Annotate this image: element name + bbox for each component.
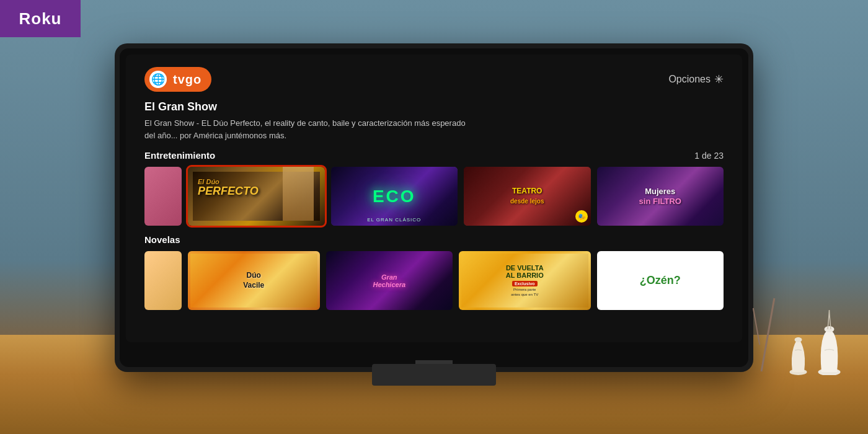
tall-vase-icon — [815, 307, 843, 375]
novelas-thumbnails: DúoVacile GranHechicera DE V — [144, 251, 724, 310]
small-vase-icon — [787, 326, 809, 375]
entretenimiento-thumbnails: El Dúo PERFECTO ECO EL GRAN CLÁSICO — [144, 167, 724, 226]
thumbnail-ozen[interactable]: ¿Ozén? — [597, 251, 724, 310]
tvgo-logo: 🌐 tvgo — [144, 67, 211, 92]
thumbnail-mujeres[interactable]: Mujeressin FILTRO — [597, 167, 724, 226]
opciones-label: Opciones — [668, 74, 711, 85]
show-description: El Gran Show - EL Dúo Perfecto, el reali… — [144, 117, 467, 141]
app-header: 🌐 tvgo Opciones ✳ — [144, 67, 724, 92]
tv-stand-base — [372, 364, 496, 386]
tvgo-label: tvgo — [173, 73, 202, 87]
thumbnail-teleclasico[interactable]: ECO EL GRAN CLÁSICO — [331, 167, 458, 226]
globe-icon: 🌐 — [149, 71, 167, 88]
section-count: 1 de 23 — [694, 151, 724, 161]
section-header-novelas: Novelas — [144, 234, 724, 245]
roku-logo: Roku — [0, 0, 81, 37]
thumbnail-perfecto[interactable]: El Dúo PERFECTO — [188, 167, 325, 226]
svg-point-1 — [795, 337, 802, 342]
screen-content: 🌐 tvgo Opciones ✳ El Gran Show El Gran S… — [126, 55, 742, 342]
thumbnail-hechicera[interactable]: GranHechicera — [326, 251, 453, 310]
show-info: El Gran Show El Gran Show - EL Dúo Perfe… — [144, 100, 724, 141]
section-header-entretenimiento: Entretenimiento 1 de 23 — [144, 150, 724, 161]
section-title-novelas: Novelas — [144, 234, 180, 245]
tv-frame: 🌐 tvgo Opciones ✳ El Gran Show El Gran S… — [115, 43, 753, 372]
section-title-entretenimiento: Entretenimiento — [144, 150, 215, 161]
settings-icon: ✳ — [714, 73, 724, 86]
list-item[interactable] — [144, 251, 182, 310]
svg-point-3 — [825, 326, 835, 332]
roku-brand-text: Roku — [19, 9, 62, 29]
entretenimiento-section: Entretenimiento 1 de 23 El Dúo — [144, 150, 724, 226]
tv-bezel: 🌐 tvgo Opciones ✳ El Gran Show El Gran S… — [120, 48, 748, 367]
list-item[interactable] — [144, 167, 182, 226]
tv-screen: 🌐 tvgo Opciones ✳ El Gran Show El Gran S… — [126, 55, 742, 342]
vase-decoration — [787, 307, 843, 375]
perfecto-title: PERFECTO — [198, 185, 259, 198]
thumbnail-vuelta[interactable]: DE VUELTAAL BARRIO Exclusivo Primera par… — [459, 251, 591, 310]
opciones-button[interactable]: Opciones ✳ — [668, 73, 724, 86]
teleclasico-title: ECO — [373, 187, 416, 206]
show-title: El Gran Show — [144, 100, 724, 113]
thumbnail-teatro[interactable]: TEATROdesde lejos 🎭 — [464, 167, 591, 226]
thumbnail-duo[interactable]: DúoVacile — [188, 251, 320, 310]
novelas-section: Novelas DúoVacile — [144, 234, 724, 310]
